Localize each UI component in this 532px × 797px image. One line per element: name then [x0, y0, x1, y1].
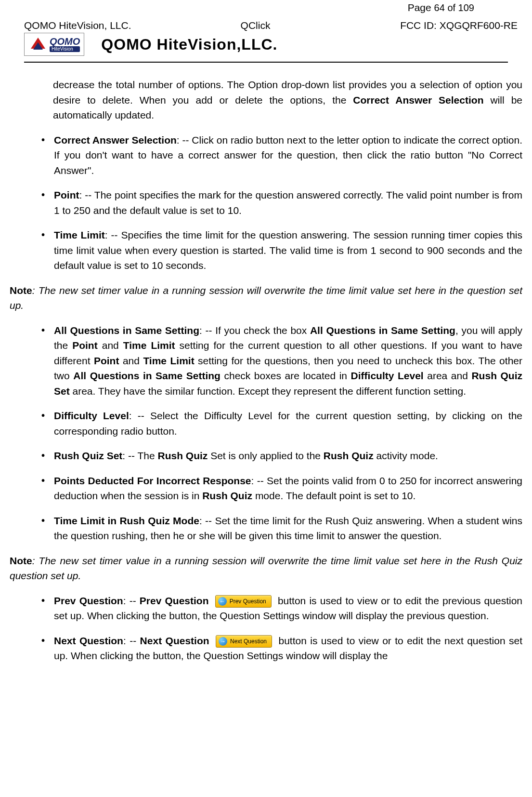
note-2: Note: The new set timer value in a runni… [10, 553, 522, 584]
bullets-section-b: All Questions in Same Setting: -- If you… [10, 323, 522, 544]
header-separator [24, 62, 508, 63]
bullet-point: Point: -- The point specifies the mark f… [39, 187, 522, 218]
arrow-left-icon: ← [218, 597, 227, 606]
prev-question-button[interactable]: ← Prev Question [215, 595, 272, 608]
logo: QOMO HiteVision [24, 33, 84, 56]
bullet-next-question: Next Question: -- Next Question → Next Q… [39, 633, 522, 664]
logo-brand: QOMO [50, 37, 80, 46]
page-label: Page [408, 2, 434, 13]
bullet-difficulty-level: Difficulty Level: -- Select the Difficul… [39, 408, 522, 438]
bullet-time-limit: Time Limit: -- Specifies the time limit … [39, 227, 522, 273]
logo-icon [28, 35, 48, 53]
header-left: QOMO HiteVision, LLC. [24, 18, 178, 33]
prev-button-label: Prev Question [230, 597, 266, 606]
page-number-line: Page 64 of 109 [10, 0, 522, 15]
bullet-time-limit-rush: Time Limit in Rush Quiz Mode: -- Set the… [39, 513, 522, 544]
page-number: 64 of 109 [434, 2, 474, 13]
next-button-label: Next Question [230, 637, 267, 646]
bullets-section-c: Prev Question: -- Prev Question ← Prev Q… [10, 593, 522, 664]
company-title: QOMO HiteVision,LLC. [101, 33, 277, 56]
logo-brand-sub: HiteVision [50, 46, 80, 52]
intro-paragraph: decrease the total number of options. Th… [10, 77, 522, 123]
bullets-section-a: Correct Answer Selection: -- Click on ra… [10, 133, 522, 273]
bullet-rush-quiz-set: Rush Quiz Set: -- The Rush Quiz Set is o… [39, 448, 522, 464]
bullet-prev-question: Prev Question: -- Prev Question ← Prev Q… [39, 593, 522, 624]
bullet-all-questions-same: All Questions in Same Setting: -- If you… [39, 323, 522, 399]
bullet-points-deducted: Points Deducted For Incorrect Response: … [39, 473, 522, 504]
note-1: Note: The new set timer value in a runni… [10, 283, 522, 313]
next-question-button[interactable]: → Next Question [216, 635, 272, 648]
logo-row: QOMO HiteVision QOMO HiteVision,LLC. [10, 33, 522, 62]
header-center: QClick [178, 18, 332, 33]
page-header: QOMO HiteVision, LLC. QClick FCC ID: XQG… [10, 15, 522, 33]
header-right: FCC ID: XQGQRF600-RE [333, 18, 518, 33]
bullet-correct-answer: Correct Answer Selection: -- Click on ra… [39, 133, 522, 178]
arrow-right-icon: → [219, 637, 227, 646]
